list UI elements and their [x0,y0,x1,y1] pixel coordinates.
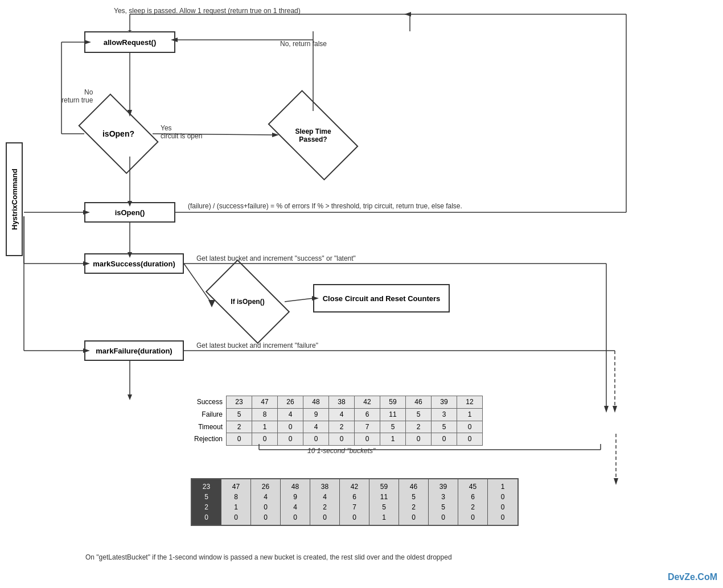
watermark: DevZe.CoM [668,572,717,582]
bucket-cell: 42 [355,396,380,409]
bucket-cell: 23 [227,396,252,409]
bottom-bucket-cell: 42 6 7 0 [340,479,369,525]
no-return-false-label: No, return false [280,40,327,48]
bucket-cell: 47 [252,396,278,409]
bucket-cell: 8 [252,408,278,421]
bucket-cell: 2 [406,421,432,433]
yes-sleep-label: Yes, sleep is passed. Allow 1 request (r… [114,7,301,15]
get-latest-bucket-failure-label: Get latest bucket and increment "failure… [196,342,318,349]
bucket-cell: 2 [329,421,355,433]
bottom-bucket-last-cell: 1 0 0 0 [488,479,517,525]
bottom-bucket-dark-cell: 23 5 2 0 [192,479,221,525]
yes-circuit-open-label: Yes circuit is open [161,124,202,140]
svg-marker-34 [604,406,609,413]
bucket-cell: 12 [457,396,483,409]
is-open-diamond: isOpen? [84,111,153,157]
is-open-formula-label: (failure) / (success+failure) = % of err… [188,202,462,210]
get-latest-bucket-success-label: Get latest bucket and increment "success… [196,254,356,262]
bottom-bucket-cell: 38 4 2 0 [310,479,340,525]
bucket-cell: 0 [278,433,303,446]
bottom-bucket-cell: 59 11 5 1 [369,479,399,525]
bottom-bucket-cell: 47 8 1 0 [221,479,251,525]
bucket-cell: 39 [432,396,457,409]
bottom-note: On "getLatestBucket" if the 1-second win… [85,553,452,561]
row-label-failure: Failure [191,408,227,421]
allow-request-box: allowRequest() [84,31,175,53]
row-label-rejection: Rejection [191,433,227,446]
if-is-open-diamond: If isOpen() [211,279,285,324]
mark-success-box: markSuccess(duration) [84,253,184,274]
svg-marker-40 [614,478,618,485]
bucket-cell: 3 [432,408,457,421]
bucket-cell: 0 [227,433,252,446]
bucket-cell: 46 [406,396,432,409]
bucket-cell: 26 [278,396,303,409]
bucket-cell: 2 [227,421,252,433]
bucket-cell: 5 [227,408,252,421]
svg-line-29 [285,298,313,302]
bucket-cell: 0 [406,433,432,446]
close-circuit-box: Close Circuit and Reset Counters [313,284,450,312]
bucket-cell: 1 [380,433,406,446]
bucket-cell: 48 [303,396,329,409]
bucket-cell: 6 [355,408,380,421]
bucket-cell: 4 [278,408,303,421]
bucket-cell: 9 [303,408,329,421]
bottom-bucket-cell: 46 5 2 0 [399,479,429,525]
bucket-table: Success 23 47 26 48 38 42 59 46 39 12 Fa… [191,396,483,446]
bucket-cell: 4 [303,421,329,433]
bucket-cell: 0 [278,421,303,433]
no-return-true-label: No return true [61,88,93,104]
bucket-cell: 5 [406,408,432,421]
bucket-cell: 0 [457,421,483,433]
svg-line-27 [184,264,211,302]
is-open-func-box: isOpen() [84,202,175,223]
mark-failure-box: markFailure(duration) [84,340,184,361]
bucket-cell: 11 [380,408,406,421]
bucket-cell: 59 [380,396,406,409]
svg-marker-26 [404,12,411,17]
hystrix-command-label: HystrixCommand [6,142,23,256]
row-label-success: Success [191,396,227,409]
bucket-cell: 0 [303,433,329,446]
bottom-bucket-cell: 48 9 4 0 [281,479,310,525]
bucket-cell: 0 [457,433,483,446]
bucket-cell: 7 [355,421,380,433]
bucket-cell: 0 [355,433,380,446]
bottom-bucket-cell: 45 6 2 0 [458,479,488,525]
bucket-cell: 38 [329,396,355,409]
bucket-cell: 1 [252,421,278,433]
bucket-cell: 4 [329,408,355,421]
sleep-time-diamond: Sleep Time Passed? [273,111,353,159]
bucket-cell: 0 [432,433,457,446]
bucket-cell: 1 [457,408,483,421]
bottom-bucket-cell: 26 4 0 0 [251,479,281,525]
diagram-container: HystrixCommand allowRequest() isOpen? Sl… [0,0,723,588]
svg-marker-37 [613,406,617,413]
bucket-cell: 5 [432,421,457,433]
svg-marker-49 [128,394,132,400]
row-label-timeout: Timeout [191,421,227,433]
bottom-bucket: 23 5 2 0 47 8 1 0 26 4 0 0 48 9 4 0 38 4… [191,478,519,526]
bottom-bucket-cell: 39 3 5 0 [429,479,458,525]
bucket-cell: 0 [252,433,278,446]
bucket-cell: 5 [380,421,406,433]
bucket-cell: 0 [329,433,355,446]
buckets-label: 10 1-second "buckets" [307,447,375,455]
